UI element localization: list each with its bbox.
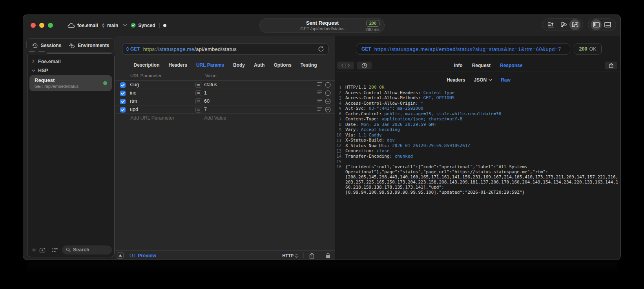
code-line: 2Access-Control-Allow-Headers: Content-T… (336, 90, 621, 96)
param-name[interactable]: slug (130, 81, 139, 89)
request-tab-body[interactable]: Body (233, 62, 245, 68)
sidebar-item-request[interactable]: Request GET /api/embed/status (29, 75, 112, 91)
response-subtab-raw[interactable]: Raw (501, 77, 511, 83)
screen: foe.email main (0, 0, 644, 289)
sidebar-search[interactable] (62, 245, 112, 254)
delete-param-button[interactable] (325, 107, 331, 113)
add-request-button[interactable] (29, 245, 38, 254)
response-subtab-json[interactable]: JSON (474, 77, 493, 83)
param-checkbox[interactable] (120, 99, 126, 104)
cloud-sync-button[interactable] (558, 19, 569, 30)
response-nav: InfoRequestResponse (336, 60, 621, 71)
chevron-right-icon (31, 60, 35, 63)
log-upload-icon (547, 22, 554, 28)
workspace-name: foe.email (77, 23, 98, 28)
delete-param-button[interactable] (325, 90, 331, 96)
multiline-edit-icon[interactable] (317, 107, 322, 111)
code-line: 15 (336, 159, 621, 164)
minimize-window-button[interactable] (39, 23, 44, 28)
sort-list-button[interactable] (51, 245, 60, 254)
add-param-value-placeholder[interactable]: Add Value (204, 114, 226, 122)
params-add-row[interactable]: Add URL Parameter Add Value (115, 113, 335, 122)
param-value[interactable]: 7 (204, 105, 207, 114)
preview-toggle[interactable]: Preview (130, 253, 156, 258)
request-method[interactable]: GET (130, 46, 140, 52)
search-input[interactable] (73, 247, 108, 253)
send-request-button[interactable] (318, 46, 324, 52)
param-value[interactable]: status (204, 81, 217, 89)
collapse-panel-button[interactable] (117, 252, 124, 259)
response-subtab-label: JSON (474, 77, 487, 83)
line-number: 2 (336, 90, 341, 96)
request-tab-url-params[interactable]: URL Params (196, 62, 224, 68)
request-tab-headers[interactable]: Headers (169, 62, 187, 68)
line-number: 14 (336, 154, 341, 159)
delete-param-button[interactable] (325, 82, 331, 88)
request-tab-testing[interactable]: Testing (301, 62, 317, 68)
code-line-text: Connection: close (345, 148, 619, 153)
sync-status[interactable]: Synced (131, 23, 155, 28)
panel-left-icon (593, 22, 600, 27)
window-reflection (27, 261, 616, 279)
param-checkbox[interactable] (120, 91, 126, 96)
response-subtab-headers[interactable]: Headers (447, 77, 465, 83)
request-name: Request (35, 77, 107, 84)
protocol-select[interactable]: HTTP (282, 253, 298, 258)
param-name[interactable]: upd (130, 105, 138, 114)
tree-item-hsp[interactable]: HSP (27, 66, 114, 75)
request-log-button[interactable] (545, 19, 556, 30)
delete-param-button[interactable] (325, 98, 331, 104)
param-name[interactable]: inc (130, 89, 136, 97)
equals-icon (195, 90, 201, 96)
code-line-text: Alt-Svc: h3=":443"; ma=2592000 (345, 106, 619, 111)
url-bar[interactable]: GET https://statuspage.me/api/embed/stat… (122, 44, 328, 55)
sidebar-tab-environments[interactable]: Environments (69, 43, 109, 49)
zoom-window-button[interactable] (48, 23, 53, 28)
multiline-edit-icon[interactable] (317, 82, 322, 86)
lock-icon[interactable] (326, 253, 330, 258)
export-response-button[interactable] (605, 62, 617, 69)
share-request-button[interactable] (309, 253, 314, 259)
search-icon (66, 247, 71, 252)
response-tab-request[interactable]: Request (472, 63, 491, 68)
import-export-button[interactable] (569, 19, 580, 30)
line-number: 12 (336, 143, 341, 149)
zoom-out-button[interactable] (38, 49, 45, 54)
clock-icon (361, 63, 367, 69)
sync-rings-icon (560, 22, 567, 28)
titlebar-divider (159, 23, 160, 28)
new-folder-button[interactable] (38, 245, 47, 254)
request-url[interactable]: https://statuspage.me/api/embed/status (143, 46, 237, 52)
tree-item-foe-email[interactable]: Foe.email (27, 57, 114, 66)
multiline-edit-icon[interactable] (317, 90, 322, 95)
sidebar-tab-label: Sessions (41, 43, 62, 48)
multiline-edit-icon[interactable] (317, 98, 322, 103)
param-checkbox[interactable] (120, 107, 126, 113)
param-value[interactable]: 1 (204, 89, 207, 97)
line-number: 5 (336, 106, 341, 111)
toggle-sidebar-button[interactable] (591, 19, 602, 30)
request-list-panel: Foe.emailHSP Request GET /api/embed/stat… (27, 53, 115, 257)
code-line: 4Access-Control-Allow-Origin: * (336, 101, 621, 106)
response-history-button[interactable] (357, 62, 372, 69)
param-value[interactable]: 60 (204, 97, 210, 105)
param-checkbox[interactable] (120, 82, 126, 88)
code-icon (130, 253, 135, 258)
response-tab-response[interactable]: Response (500, 63, 522, 68)
zoom-in-button[interactable] (29, 49, 35, 54)
line-number: 11 (336, 138, 341, 143)
toggle-bottom-panel-button[interactable] (602, 19, 613, 30)
request-tab-description[interactable]: Description (134, 62, 160, 68)
close-window-button[interactable] (31, 23, 36, 28)
sent-request-toast[interactable]: Sent Request GET /api/embed/status 200 2… (259, 18, 385, 33)
workspace-selector[interactable]: foe.email (68, 23, 98, 28)
response-tab-info[interactable]: Info (454, 63, 463, 68)
request-tab-auth[interactable]: Auth (254, 62, 265, 68)
forward-icon[interactable] (347, 64, 350, 67)
param-name[interactable]: rtm (130, 97, 137, 105)
add-param-name-placeholder[interactable]: Add URL Parameter (130, 114, 174, 122)
response-raw-view[interactable]: 1HTTP/1.1 200 OK2Access-Control-Allow-He… (336, 84, 621, 260)
back-icon[interactable] (341, 64, 344, 67)
request-tab-options[interactable]: Options (274, 62, 291, 68)
branch-selector[interactable]: main (102, 22, 127, 29)
